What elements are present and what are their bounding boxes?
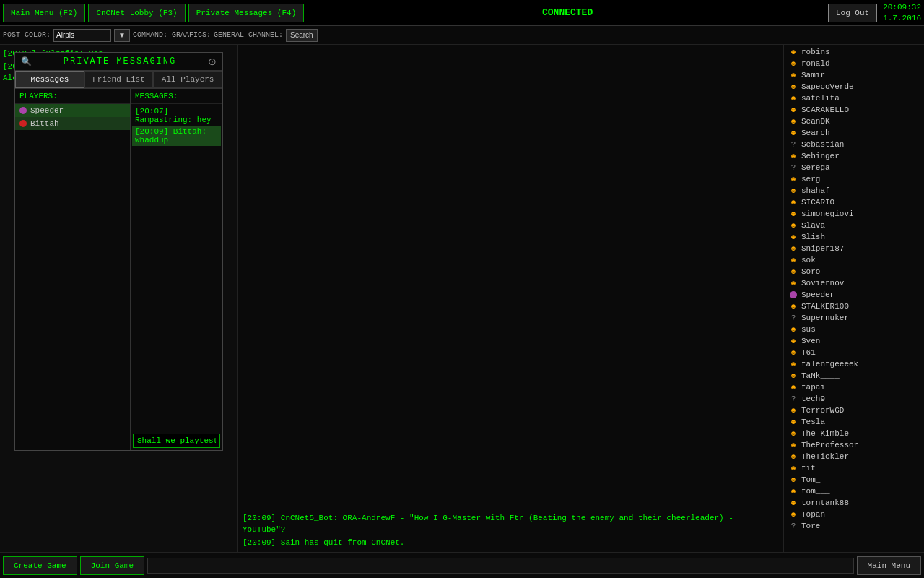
private-messages-button[interactable]: Private Messages (F4) — [188, 4, 305, 22]
player-list-item[interactable]: ☻Slish — [787, 231, 921, 243]
player-list-item[interactable]: ☻TerrorWGD — [787, 405, 921, 416]
player-list-item[interactable]: ☻SapecoVerde — [787, 81, 921, 92]
player-list-item[interactable]: ?Sebastian — [787, 139, 921, 150]
face-icon: ☻ — [791, 430, 796, 438]
question-icon: ? — [791, 394, 796, 403]
player-list-item[interactable]: ☻Sniper187 — [787, 243, 921, 254]
pm-input-area — [131, 431, 222, 450]
face-icon: ☻ — [791, 326, 796, 334]
player-list-item[interactable]: ☻tapai — [787, 381, 921, 393]
player-list-item[interactable]: ☻Sven — [787, 335, 921, 347]
player-list-item[interactable]: ☻sok — [787, 254, 921, 266]
main-menu-right-button[interactable]: Main Menu — [857, 556, 921, 575]
player-list-item[interactable]: ☻Tom_ — [787, 474, 921, 486]
player-list-item[interactable]: ☻SeanDK — [787, 116, 921, 127]
player-list-item[interactable]: ☻sus — [787, 324, 921, 335]
player-list-item[interactable]: ☻Soro — [787, 266, 921, 277]
player-list-item[interactable]: ☻talentgeeeek — [787, 358, 921, 370]
pm-close-button[interactable]: ⊙ — [208, 56, 217, 67]
connected-status: CONNECTED — [542, 7, 593, 18]
player-list-item[interactable]: ☻T61 — [787, 347, 921, 358]
player-entry-name: Soro — [801, 267, 820, 276]
player-list-item[interactable]: ☻SCARANELLO — [787, 104, 921, 116]
player-list-item[interactable]: ?Tore — [787, 520, 921, 532]
face-icon: ☻ — [791, 187, 796, 195]
player-entry-name: torntank88 — [801, 499, 849, 507]
player-list-item[interactable]: ☻TaNk____ — [787, 370, 921, 381]
pm-body: PLAYERS: Speeder Bittah MESSAGES: — [15, 89, 222, 450]
pm-message-item[interactable]: [20:07] Rampastring: hey — [132, 105, 221, 126]
face-icon: ☻ — [791, 465, 796, 473]
face-icon: ☻ — [791, 95, 796, 103]
player-list-item[interactable]: ☻Topan — [787, 509, 921, 520]
player-list-item[interactable]: ☻Tesla — [787, 416, 921, 428]
player-list-item[interactable]: ☻serg — [787, 173, 921, 185]
face-icon: ☻ — [791, 511, 796, 519]
player-list-item[interactable]: ☻Samir — [787, 69, 921, 81]
pm-player-item[interactable]: Speeder — [15, 104, 130, 117]
tab-messages[interactable]: Messages — [15, 71, 84, 88]
bottom-chat-line: [20:09] CnCNet5_Bot: ORA-AndrewF - "How … — [243, 512, 779, 536]
player-list-item[interactable]: ☻TheProfessor — [787, 439, 921, 451]
player-entry-name: Supernuker — [801, 314, 849, 322]
player-list-item[interactable]: Speeder — [787, 289, 921, 301]
player-list-item[interactable]: ☻TheTickler — [787, 451, 921, 462]
player-entry-name: T61 — [801, 348, 816, 357]
face-icon: ☻ — [791, 407, 796, 415]
player-entry-name: Sniper187 — [801, 244, 844, 253]
pm-players-list: Speeder Bittah — [15, 104, 130, 450]
center-chat — [238, 45, 783, 509]
create-game-button[interactable]: Create Game — [3, 556, 77, 575]
face-icon: ☻ — [791, 129, 796, 137]
lobby-button[interactable]: CnCNet Lobby (F3) — [88, 4, 185, 22]
player-entry-name: Sebinger — [801, 152, 840, 160]
player-list-item[interactable]: ☻satelita — [787, 92, 921, 104]
player-list-item[interactable]: ☻simonegiovi — [787, 208, 921, 220]
post-color-label: POST COLOR: — [3, 31, 51, 39]
player-entry-name: Speeder — [801, 290, 834, 299]
face-icon: ☻ — [791, 83, 796, 91]
face-icon: ☻ — [791, 453, 796, 461]
player-list-item[interactable]: ☻torntank88 — [787, 497, 921, 509]
post-color-btn[interactable]: ▼ — [114, 29, 130, 42]
player-list-item[interactable]: ☻Sebinger — [787, 150, 921, 162]
search-button[interactable]: Search — [286, 29, 318, 42]
player-list-item[interactable]: ?Serega — [787, 162, 921, 173]
bottom-chat-area: [20:09] CnCNet5_Bot: ORA-AndrewF - "How … — [238, 509, 783, 553]
pm-player-item[interactable]: Bittah — [15, 117, 130, 130]
tab-friend-list[interactable]: Friend List — [84, 71, 154, 88]
player-list-item[interactable]: ☻Soviernov — [787, 277, 921, 289]
player-list-item[interactable]: ☻ronald — [787, 58, 921, 69]
center-panel: [20:09] CnCNet5_Bot: ORA-AndrewF - "How … — [238, 45, 783, 552]
player-list-item[interactable]: ?Supernuker — [787, 312, 921, 324]
player-list-item[interactable]: ☻tom___ — [787, 486, 921, 497]
question-icon: ? — [791, 140, 796, 149]
post-color-input[interactable] — [53, 29, 111, 42]
chat-input[interactable] — [147, 558, 854, 574]
face-icon: ☻ — [791, 233, 796, 241]
player-list-item[interactable]: ?tech9 — [787, 393, 921, 405]
search-icon: 🔍 — [21, 56, 32, 67]
bottom-chat-line: [20:09] Sain has quit from CnCNet. — [243, 537, 779, 549]
join-game-button[interactable]: Join Game — [80, 556, 144, 575]
player-entry-name: tapai — [801, 383, 825, 392]
player-list-item[interactable]: ☻SICARIO — [787, 197, 921, 208]
logout-button[interactable]: Log Out — [828, 4, 877, 22]
pm-message-item[interactable]: [20:09] Bittah: whaddup — [132, 126, 221, 146]
main-menu-button[interactable]: Main Menu (F2) — [3, 4, 85, 22]
pm-message-input[interactable] — [133, 434, 220, 448]
player-entry-name: Tesla — [801, 418, 825, 426]
player-list-item[interactable]: ☻tit — [787, 462, 921, 474]
datetime: 20:09:32 1.7.2016 — [883, 2, 921, 23]
tab-all-players[interactable]: All Players — [153, 71, 222, 88]
player-list-item[interactable]: ☻The_Kimble — [787, 428, 921, 439]
player-entry-name: tom___ — [801, 487, 830, 496]
bottom-bar: Create Game Join Game Main Menu — [0, 552, 924, 578]
player-list-item[interactable]: ☻Search — [787, 127, 921, 139]
command-label: COMMAND: GRAAFICS: — [133, 31, 211, 39]
player-list-item[interactable]: ☻shahaf — [787, 185, 921, 197]
player-list-item[interactable]: ☻STALKER100 — [787, 301, 921, 312]
player-list-item[interactable]: ☻robins — [787, 46, 921, 58]
player-list-item[interactable]: ☻Slava — [787, 220, 921, 231]
face-icon: ☻ — [791, 476, 796, 484]
